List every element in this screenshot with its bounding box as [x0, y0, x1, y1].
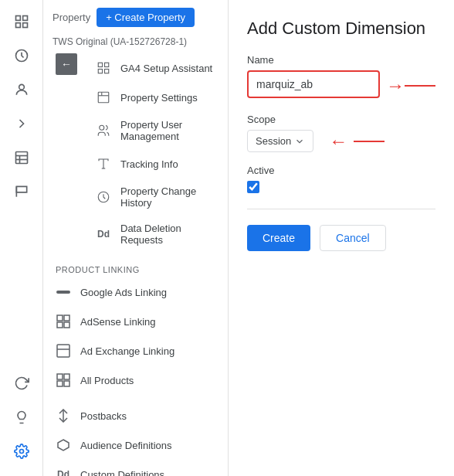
- svg-rect-2: [15, 23, 20, 28]
- nav-header: Property + Create Property: [43, 0, 228, 35]
- form-actions: Create Cancel: [247, 225, 435, 251]
- create-property-button[interactable]: + Create Property: [97, 8, 195, 27]
- nav-item-google-ads-linking-label: Google Ads Linking: [80, 287, 167, 298]
- grid-icon[interactable]: [6, 6, 37, 37]
- nav-item-postbacks-label: Postbacks: [80, 410, 127, 422]
- svg-rect-33: [64, 381, 69, 386]
- nav-item-property-settings-label: Property Settings: [120, 92, 198, 104]
- audience-icon: [56, 437, 71, 453]
- nav-item-tracking-info[interactable]: Tracking Info: [83, 149, 228, 178]
- property-id: TWS Original (UA-152726728-1): [43, 35, 228, 53]
- chevron-down-icon: [294, 136, 305, 147]
- create-button[interactable]: Create: [247, 225, 310, 251]
- scope-select[interactable]: Session: [247, 130, 313, 152]
- users-icon: [96, 123, 111, 138]
- svg-rect-30: [57, 374, 63, 379]
- svg-rect-27: [64, 322, 69, 328]
- name-input-row: →: [247, 70, 435, 101]
- google-ads-icon: [56, 284, 71, 300]
- nav-item-data-deletion-requests[interactable]: Dd Data Deletion Requests: [83, 216, 228, 253]
- svg-rect-32: [57, 381, 63, 386]
- setup-icon: [96, 60, 111, 76]
- main-content: Add Custom Dimension Name → Scope Sessio…: [229, 0, 454, 476]
- svg-rect-31: [64, 374, 69, 379]
- svg-rect-1: [22, 16, 27, 21]
- back-button[interactable]: ←: [56, 53, 77, 75]
- name-input[interactable]: [247, 70, 380, 98]
- svg-rect-23: [56, 291, 70, 294]
- svg-rect-16: [98, 92, 109, 103]
- svg-rect-14: [98, 70, 102, 73]
- tracking-icon: [96, 156, 111, 172]
- nav-item-property-user-management-label: Property User Management: [120, 119, 215, 142]
- scope-value: Session: [256, 135, 291, 147]
- ad-exchange-icon: [56, 343, 71, 359]
- svg-point-5: [19, 84, 24, 90]
- property-label: Property: [53, 12, 90, 23]
- history-icon: [96, 189, 111, 205]
- nav-item-ga4-setup-assistant-label: GA4 Setup Assistant: [120, 63, 212, 74]
- custom-definitions-icon: Dd: [56, 467, 71, 476]
- deletion-icon: Dd: [96, 226, 111, 242]
- product-linking-label: PRODUCT LINKING: [43, 256, 228, 277]
- nav-item-property-change-history-label: Property Change History: [120, 185, 215, 209]
- sync-icon[interactable]: [6, 368, 37, 399]
- nav-item-ad-exchange-linking-label: Ad Exchange Linking: [80, 345, 174, 357]
- svg-rect-26: [57, 322, 63, 328]
- svg-rect-24: [57, 315, 63, 321]
- svg-rect-28: [57, 345, 69, 357]
- nav-item-google-ads-linking[interactable]: Google Ads Linking: [43, 277, 228, 307]
- name-section: Name →: [247, 54, 435, 101]
- settings-icon: [96, 90, 111, 105]
- gear-icon[interactable]: [6, 436, 37, 467]
- nav-item-audience-definitions[interactable]: Audience Definitions: [43, 430, 228, 460]
- nav-sidebar: Property + Create Property TWS Original …: [43, 0, 229, 476]
- svg-rect-0: [15, 16, 20, 21]
- page-title: Add Custom Dimension: [247, 19, 435, 39]
- scope-arrow-icon: ←: [329, 131, 347, 152]
- svg-rect-3: [22, 23, 27, 28]
- table-icon[interactable]: [6, 142, 37, 173]
- nav-item-all-products-label: All Products: [80, 375, 134, 386]
- all-products-icon: [56, 372, 71, 388]
- scope-label: Scope: [247, 114, 435, 125]
- nav-item-adsense-linking-label: AdSense Linking: [80, 316, 156, 328]
- clock-icon[interactable]: [6, 40, 37, 71]
- scope-section: Scope Session ←: [247, 114, 435, 152]
- svg-rect-12: [98, 63, 102, 66]
- scope-row: Session ←: [247, 130, 435, 152]
- postbacks-icon: [56, 408, 71, 423]
- svg-rect-25: [64, 315, 69, 321]
- svg-rect-6: [15, 152, 27, 164]
- nav-item-data-deletion-requests-label: Data Deletion Requests: [120, 223, 215, 246]
- lightbulb-icon[interactable]: [6, 402, 37, 433]
- nav-item-all-products[interactable]: All Products: [43, 366, 228, 395]
- nav-item-postbacks[interactable]: Postbacks: [43, 401, 228, 430]
- nav-item-tracking-info-label: Tracking Info: [120, 158, 178, 170]
- svg-rect-15: [105, 70, 109, 73]
- person-icon[interactable]: [6, 74, 37, 105]
- nav-item-property-change-history[interactable]: Property Change History: [83, 178, 228, 216]
- nav-item-ga4-setup-assistant[interactable]: GA4 Setup Assistant: [83, 53, 228, 83]
- adsense-icon: [56, 314, 71, 329]
- svg-rect-13: [105, 63, 109, 66]
- active-label: Active: [247, 165, 435, 176]
- active-section: Active: [247, 165, 435, 193]
- nav-item-custom-definitions-label: Custom Definitions: [80, 469, 164, 477]
- active-checkbox[interactable]: [247, 181, 259, 193]
- form-divider: [247, 209, 435, 209]
- flag-icon[interactable]: [6, 176, 37, 207]
- svg-point-11: [19, 450, 23, 454]
- name-label: Name: [247, 54, 435, 66]
- nav-item-property-user-management[interactable]: Property User Management: [83, 112, 228, 149]
- name-arrow-icon: →: [386, 75, 405, 97]
- icon-sidebar: [0, 0, 43, 476]
- nav-item-adsense-linking[interactable]: AdSense Linking: [43, 307, 228, 336]
- tag-icon[interactable]: [6, 108, 37, 139]
- nav-item-audience-definitions-label: Audience Definitions: [80, 440, 172, 451]
- cancel-button[interactable]: Cancel: [320, 225, 386, 251]
- svg-point-19: [100, 125, 104, 130]
- nav-item-ad-exchange-linking[interactable]: Ad Exchange Linking: [43, 336, 228, 366]
- nav-item-custom-definitions[interactable]: Dd Custom Definitions: [43, 460, 228, 476]
- nav-item-property-settings[interactable]: Property Settings: [83, 83, 228, 112]
